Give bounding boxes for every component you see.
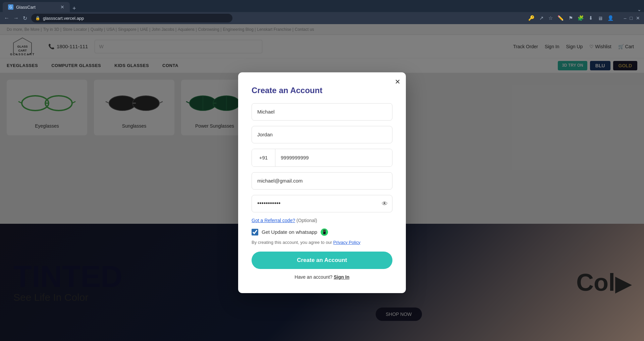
privacy-text: By creating this account, you agree to o…	[252, 240, 392, 245]
profile-icon[interactable]: 👤	[607, 15, 614, 21]
window-controls: – □ ✕	[624, 15, 640, 21]
modal-close-button[interactable]: ✕	[395, 78, 400, 86]
phone-prefix: +91	[252, 149, 275, 166]
referral-row: Got a Referral code? (Optional)	[252, 218, 392, 223]
password-input[interactable]	[252, 195, 392, 212]
signin-row: Have an account? Sign In	[252, 274, 392, 280]
whatsapp-checkbox[interactable]	[252, 229, 258, 235]
new-tab-button[interactable]: +	[72, 5, 76, 12]
browser-icons: 🔑 ↗ ☆ ✏️ ⚑ 🧩 ⬇ 🖥 👤 – □ ✕	[528, 15, 640, 21]
url-text: glassscart.vercel.app	[43, 16, 84, 21]
modal-overlay: ✕ Create an Account +91 👁 Got a Referral…	[0, 24, 644, 341]
browser-chrome: G GlassCart ✕ + ⌄ ← → ↻ 🔒 glassscart.ver…	[0, 0, 644, 24]
referral-optional-label: (Optional)	[297, 218, 317, 223]
lock-icon: 🔒	[35, 16, 40, 20]
password-row: 👁	[252, 195, 392, 212]
create-account-button[interactable]: Create an Account	[252, 252, 392, 269]
toggle-password-icon[interactable]: 👁	[382, 200, 388, 207]
puzzle-icon[interactable]: 🧩	[578, 15, 584, 21]
first-name-input[interactable]	[252, 103, 392, 121]
star-icon[interactable]: ☆	[548, 15, 553, 21]
last-name-input[interactable]	[252, 126, 392, 143]
create-account-modal: ✕ Create an Account +91 👁 Got a Referral…	[238, 72, 406, 293]
whatsapp-update-row: Get Update on whatsapp 📱	[252, 228, 392, 236]
phone-row: +91	[252, 149, 392, 167]
tab-favicon: G	[8, 4, 13, 10]
key-icon[interactable]: 🔑	[528, 15, 535, 21]
modal-title: Create an Account	[252, 86, 392, 95]
tab-title: GlassCart	[16, 5, 58, 10]
privacy-policy-link[interactable]: Privacy Policy	[333, 240, 361, 245]
referral-code-link[interactable]: Got a Referral code?	[252, 218, 295, 223]
website-background: Do more, Be More | Try in 3D | Store Loc…	[0, 24, 644, 341]
download-icon[interactable]: ⬇	[589, 15, 593, 21]
sign-in-link[interactable]: Sign In	[334, 274, 350, 280]
have-account-text: Have an account?	[294, 274, 332, 280]
whatsapp-label: Get Update on whatsapp	[262, 229, 317, 235]
minimize-button[interactable]: –	[624, 15, 627, 21]
tab-more-button[interactable]: ⌄	[637, 7, 641, 12]
tab-bar: G GlassCart ✕ + ⌄	[0, 0, 644, 12]
refresh-button[interactable]: ↻	[23, 15, 27, 21]
forward-button[interactable]: →	[13, 15, 19, 21]
email-input[interactable]	[252, 172, 392, 190]
url-bar[interactable]: 🔒 glassscart.vercel.app	[31, 14, 232, 22]
close-window-button[interactable]: ✕	[636, 15, 640, 21]
maximize-button[interactable]: □	[630, 15, 633, 21]
share-icon[interactable]: ↗	[539, 15, 544, 21]
whatsapp-icon: 📱	[321, 228, 328, 236]
cast-icon[interactable]: 🖥	[598, 15, 603, 21]
active-tab[interactable]: G GlassCart ✕	[3, 2, 70, 12]
back-button[interactable]: ←	[4, 15, 9, 21]
phone-input[interactable]	[275, 149, 392, 166]
flag-icon[interactable]: ⚑	[569, 15, 573, 21]
tab-close-button[interactable]: ✕	[60, 4, 64, 10]
address-bar: ← → ↻ 🔒 glassscart.vercel.app 🔑 ↗ ☆ ✏️ ⚑…	[0, 12, 644, 24]
pen-icon[interactable]: ✏️	[557, 15, 564, 21]
